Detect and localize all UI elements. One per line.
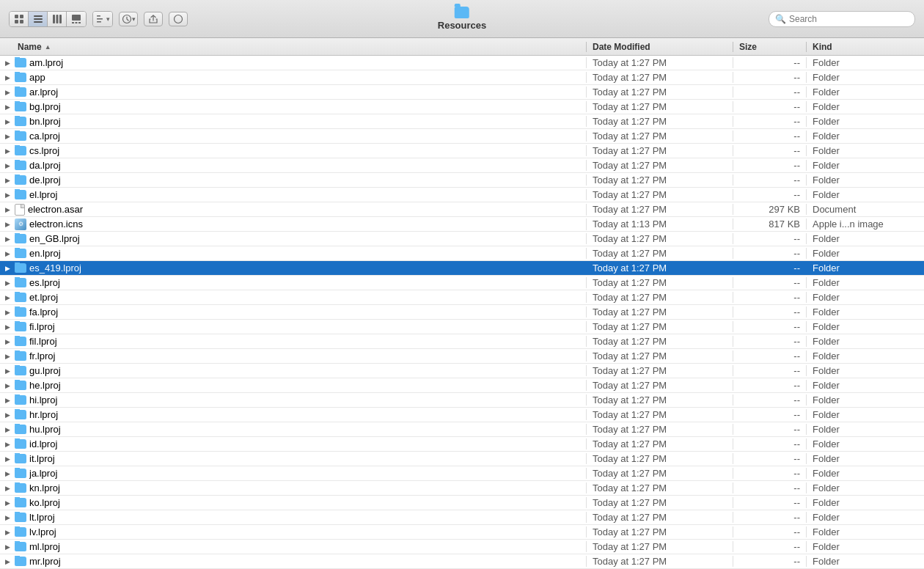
icon-view-btn[interactable] (10, 12, 29, 26)
expand-arrow[interactable]: ▶ (3, 293, 12, 302)
search-input[interactable] (789, 14, 909, 24)
table-row[interactable]: ▶ app Today at 1:27 PM -- Folder (0, 70, 924, 85)
col-header-modified[interactable]: Date Modified (587, 42, 733, 52)
expand-arrow[interactable]: ▶ (3, 132, 12, 141)
expand-arrow[interactable]: ▶ (3, 88, 12, 97)
expand-arrow[interactable]: ▶ (3, 117, 12, 126)
group-btn[interactable]: ▾ (93, 12, 112, 26)
table-row[interactable]: ▶ mr.lproj Today at 1:27 PM -- Folder (0, 554, 924, 569)
expand-arrow[interactable]: ▶ (3, 367, 12, 375)
table-row[interactable]: ▶ id.lproj Today at 1:27 PM -- Folder (0, 437, 924, 452)
expand-arrow[interactable]: ▶ (3, 455, 12, 463)
expand-arrow[interactable]: ▶ (3, 557, 12, 566)
table-row[interactable]: ▶ lv.lproj Today at 1:27 PM -- Folder (0, 525, 924, 540)
table-row[interactable]: ▶ hi.lproj Today at 1:27 PM -- Folder (0, 393, 924, 408)
file-name: kn.lproj (29, 482, 60, 493)
folder-icon (15, 381, 26, 390)
sort-group[interactable]: ▾ (92, 11, 113, 27)
file-row-size: -- (733, 541, 807, 552)
expand-arrow[interactable]: ▶ (3, 396, 12, 405)
expand-arrow[interactable]: ▶ (3, 103, 12, 111)
folder-icon (15, 483, 26, 493)
folder-icon (15, 117, 26, 126)
list-view-btn[interactable] (29, 12, 48, 26)
expand-arrow[interactable]: ▶ (3, 323, 12, 331)
expand-arrow[interactable]: ▶ (3, 543, 12, 551)
table-row[interactable]: ▶ electron.asar Today at 1:27 PM 297 KB … (0, 202, 924, 217)
folder-icon (15, 278, 26, 287)
expand-arrow[interactable]: ▶ (3, 352, 12, 361)
expand-arrow[interactable]: ▶ (3, 279, 12, 287)
expand-arrow[interactable]: ▶ (3, 264, 12, 273)
expand-arrow[interactable]: ▶ (3, 59, 12, 67)
table-row[interactable]: ▶ el.lproj Today at 1:27 PM -- Folder (0, 188, 924, 202)
file-row-size: -- (733, 380, 807, 391)
table-row[interactable]: ▶ hr.lproj Today at 1:27 PM -- Folder (0, 408, 924, 422)
expand-arrow[interactable]: ▶ (3, 425, 12, 434)
table-row[interactable]: ▶ fr.lproj Today at 1:27 PM -- Folder (0, 349, 924, 364)
table-row[interactable]: ▶ fil.lproj Today at 1:27 PM -- Folder (0, 334, 924, 349)
table-row[interactable]: ▶ bg.lproj Today at 1:27 PM -- Folder (0, 100, 924, 114)
table-row[interactable]: ▶ de.lproj Today at 1:27 PM -- Folder (0, 173, 924, 188)
column-view-btn[interactable] (48, 12, 67, 26)
table-row[interactable]: ▶ ar.lproj Today at 1:27 PM -- Folder (0, 85, 924, 100)
table-row[interactable]: ▶ et.lproj Today at 1:27 PM -- Folder (0, 290, 924, 305)
view-mode-group[interactable] (9, 11, 87, 27)
expand-arrow[interactable]: ▶ (3, 440, 12, 449)
table-row[interactable]: ▶ bn.lproj Today at 1:27 PM -- Folder (0, 114, 924, 129)
gallery-view-btn[interactable] (67, 12, 86, 26)
file-row-kind: Folder (807, 57, 924, 68)
expand-arrow[interactable]: ▶ (3, 220, 12, 229)
expand-arrow[interactable]: ▶ (3, 528, 12, 537)
table-row[interactable]: ▶ lt.lproj Today at 1:27 PM -- Folder (0, 510, 924, 525)
expand-arrow[interactable]: ▶ (3, 499, 12, 507)
table-row[interactable]: ▶ ko.lproj Today at 1:27 PM -- Folder (0, 496, 924, 510)
table-row[interactable]: ▶ ⚙ electron.icns Today at 1:13 PM 817 K… (0, 217, 924, 232)
table-row[interactable]: ▶ kn.lproj Today at 1:27 PM -- Folder (0, 481, 924, 496)
file-row-modified: Today at 1:27 PM (587, 189, 733, 200)
table-row[interactable]: ▶ da.lproj Today at 1:27 PM -- Folder (0, 158, 924, 173)
file-row-name: ▶ it.lproj (0, 453, 587, 464)
folder-icon (15, 58, 26, 67)
table-row[interactable]: ▶ am.lproj Today at 1:27 PM -- Folder (0, 56, 924, 70)
table-row[interactable]: ▶ fi.lproj Today at 1:27 PM -- Folder (0, 320, 924, 334)
table-row[interactable]: ▶ ca.lproj Today at 1:27 PM -- Folder (0, 129, 924, 144)
tag-btn[interactable] (169, 12, 188, 26)
expand-arrow[interactable]: ▶ (3, 73, 12, 82)
expand-arrow[interactable]: ▶ (3, 147, 12, 155)
expand-arrow[interactable]: ▶ (3, 249, 12, 258)
table-row[interactable]: ▶ en.lproj Today at 1:27 PM -- Folder (0, 246, 924, 261)
table-row[interactable]: ▶ hu.lproj Today at 1:27 PM -- Folder (0, 422, 924, 437)
expand-arrow[interactable]: ▶ (3, 205, 12, 214)
table-row[interactable]: ▶ cs.lproj Today at 1:27 PM -- Folder (0, 144, 924, 158)
file-row-modified: Today at 1:27 PM (587, 482, 733, 493)
expand-arrow[interactable]: ▶ (3, 484, 12, 493)
action-btn[interactable]: ▾ (119, 12, 138, 26)
table-row[interactable]: ▶ es_419.lproj Today at 1:27 PM -- Folde… (0, 261, 924, 276)
col-header-size[interactable]: Size (733, 42, 807, 52)
expand-arrow[interactable]: ▶ (3, 176, 12, 185)
table-row[interactable]: ▶ es.lproj Today at 1:27 PM -- Folder (0, 276, 924, 290)
table-row[interactable]: ▶ he.lproj Today at 1:27 PM -- Folder (0, 378, 924, 393)
expand-arrow[interactable]: ▶ (3, 161, 12, 170)
file-list[interactable]: ▶ am.lproj Today at 1:27 PM -- Folder ▶ … (0, 56, 924, 569)
expand-arrow[interactable]: ▶ (3, 411, 12, 419)
table-row[interactable]: ▶ ml.lproj Today at 1:27 PM -- Folder (0, 540, 924, 554)
col-header-kind[interactable]: Kind (807, 42, 924, 52)
table-row[interactable]: ▶ ja.lproj Today at 1:27 PM -- Folder (0, 466, 924, 481)
expand-arrow[interactable]: ▶ (3, 337, 12, 346)
search-box[interactable]: 🔍 (769, 11, 915, 27)
table-row[interactable]: ▶ gu.lproj Today at 1:27 PM -- Folder (0, 364, 924, 378)
expand-arrow[interactable]: ▶ (3, 191, 12, 199)
file-row-size: -- (733, 365, 807, 376)
expand-arrow[interactable]: ▶ (3, 308, 12, 317)
table-row[interactable]: ▶ fa.lproj Today at 1:27 PM -- Folder (0, 305, 924, 320)
expand-arrow[interactable]: ▶ (3, 513, 12, 522)
expand-arrow[interactable]: ▶ (3, 469, 12, 478)
expand-arrow[interactable]: ▶ (3, 381, 12, 390)
expand-arrow[interactable]: ▶ (3, 235, 12, 243)
table-row[interactable]: ▶ it.lproj Today at 1:27 PM -- Folder (0, 452, 924, 466)
table-row[interactable]: ▶ en_GB.lproj Today at 1:27 PM -- Folder (0, 232, 924, 246)
share-btn[interactable] (144, 12, 163, 26)
col-header-name[interactable]: Name ▲ (0, 42, 587, 52)
